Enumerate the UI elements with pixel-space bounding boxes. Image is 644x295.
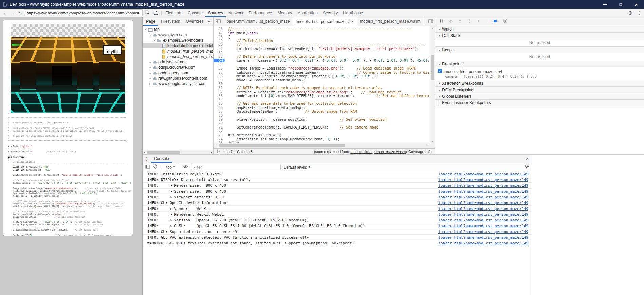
section-header-dom-breakpoints[interactable]: ▸DOM Breakpoints [435, 87, 644, 93]
file-tree-item[interactable]: ▸cdnjs.cloudflare.com [143, 65, 213, 70]
console-source-link[interactable]: loader.html?name=mod…rst_person_maze:149 [432, 206, 528, 211]
console-source-link[interactable]: loader.html?name=mod…rst_person_maze:149 [432, 218, 528, 222]
line-number-gutter[interactable]: 51 [214, 47, 225, 51]
url-input[interactable] [24, 9, 143, 16]
maximize-button[interactable]: □ [613, 0, 628, 9]
collapsed-icon[interactable]: ▸ [148, 66, 152, 69]
console-settings-gear-icon[interactable] [525, 164, 529, 170]
file-tree-item[interactable]: models_first_person_maze.c [143, 48, 213, 54]
console-source-link[interactable]: loader.html?name=mod…rst_person_maze:149 [432, 230, 528, 234]
collapsed-icon[interactable]: ▸ [148, 61, 152, 64]
collapsed-icon[interactable]: ▸ [148, 72, 152, 75]
line-number-gutter[interactable]: 58 [214, 74, 225, 78]
code-line[interactable]: 74 emscripten_set_main_loop(UpdateDrawFr… [214, 137, 435, 141]
console-source-link[interactable]: loader.html?name=mod…rst_person_maze:149 [432, 178, 528, 182]
console-source-link[interactable]: loader.html?name=mod…rst_person_maze:149 [432, 241, 528, 245]
live-expression-eye-icon[interactable] [183, 164, 188, 170]
navigator-tab-overrides[interactable]: Overrides [183, 17, 206, 26]
code-line[interactable]: 51 InitWindow(screenWidth, screenHeight,… [214, 47, 435, 51]
expanded-icon[interactable]: ▾ [148, 34, 152, 37]
section-header-scope[interactable]: ▾Scope [435, 47, 644, 53]
code-line[interactable]: 54 camera = (Camera){{ 0.2f, 0.4f, 0.2f … [214, 59, 435, 63]
scroll-left-icon[interactable]: ◂ [143, 150, 147, 154]
step-out-icon[interactable] [467, 19, 471, 24]
step-icon[interactable] [476, 19, 481, 24]
breakpoint-marker[interactable]: 54 [214, 59, 225, 63]
scroll-right-icon[interactable]: ▸ [426, 143, 430, 148]
scroll-right-icon[interactable]: ▸ [209, 150, 213, 154]
console-source-link[interactable]: loader.html?name=mod…rst_person_maze:149 [432, 172, 528, 176]
editor-vertical-scrollbar[interactable]: ▴ ▾ [430, 26, 435, 143]
console-sidebar-toggle-icon[interactable] [145, 164, 150, 170]
line-number-gutter[interactable]: 53 [214, 55, 225, 59]
code-line[interactable]: 47int main(void) [214, 31, 435, 35]
clear-console-icon[interactable] [153, 164, 158, 170]
navigator-tab-page[interactable]: Page [143, 17, 158, 26]
pause-script-icon[interactable] [439, 19, 443, 24]
tab-network[interactable]: Network [226, 9, 246, 17]
forward-icon[interactable]: → [9, 10, 16, 16]
tab-elements[interactable]: Elements [163, 9, 185, 17]
minimize-button[interactable]: — [597, 0, 613, 9]
console-source-link[interactable]: loader.html?name=mod…rst_person_maze:149 [432, 212, 528, 217]
section-header-breakpoints[interactable]: ▾Breakpoints [435, 61, 644, 67]
tab-console[interactable]: Console [185, 9, 205, 17]
scrollbar-thumb[interactable] [219, 144, 345, 147]
collapsed-icon[interactable]: ▸ [148, 77, 152, 80]
game-canvas[interactable]: raylib [11, 24, 125, 113]
scroll-down-icon[interactable]: ▾ [430, 139, 435, 143]
toggle-debugger-sidebar-icon[interactable] [426, 17, 435, 26]
file-tree-item[interactable]: ▾top [143, 27, 213, 32]
drawer-menu-icon[interactable]: ⋮ [143, 156, 151, 161]
breakpoint-entry[interactable]: models_first_person_maze.c:54camera = (C… [435, 67, 644, 80]
console-context-selector[interactable]: top▾ [166, 165, 175, 169]
console-source-link[interactable]: loader.html?name=mod…rst_person_maze:149 [432, 201, 528, 205]
file-tree-item[interactable]: ▸cdn.jsdelivr.net [143, 59, 213, 65]
console-levels-dropdown[interactable]: Default levels▾ [284, 165, 310, 169]
reload-icon[interactable]: ↻ [16, 10, 23, 16]
line-number-gutter[interactable]: 68 [214, 114, 225, 118]
section-header-watch[interactable]: ▾Watch [435, 26, 644, 33]
console-source-link[interactable]: loader.html?name=mod…rst_person_maze:149 [432, 195, 528, 199]
section-header-call-stack[interactable]: ▾Call Stack [435, 33, 644, 39]
editor-horizontal-scrollbar[interactable]: ◂ ▸ [214, 143, 430, 148]
back-icon[interactable]: ← [2, 10, 9, 16]
tab-console-drawer[interactable]: Console [151, 155, 172, 163]
editor-tab-models-first-person-maze-c[interactable]: models_first_person_maze.c× [293, 17, 357, 26]
collapsed-icon[interactable]: ▸ [148, 82, 152, 85]
device-toolbar-icon[interactable] [151, 9, 160, 17]
line-number-gutter[interactable]: 56 [214, 66, 225, 71]
expanded-icon[interactable]: ▾ [144, 28, 148, 31]
editor-tab-loader-html-nam-st-person-maze[interactable]: loader.html?nam…st_person_maze [223, 17, 293, 26]
code-line[interactable]: 71 SetCameraMode(camera, CAMERA_FIRST_PE… [214, 125, 435, 130]
code-line[interactable]: 59 model = LoadModelFromMesh(mesh); [214, 78, 435, 82]
drawer-close-icon[interactable]: × [523, 156, 532, 161]
tab-memory[interactable]: Memory [275, 9, 295, 17]
file-tree-item[interactable]: ▾www.raylib.com [143, 32, 213, 38]
toggle-navigator-icon[interactable] [214, 17, 223, 26]
tab-application[interactable]: Application [295, 9, 320, 17]
navigator-horizontal-scrollbar[interactable]: ◂ ▸ [143, 150, 213, 154]
file-tree-item[interactable]: ▸code.jquery.com [143, 70, 213, 76]
editor-tab-models-first-person-maze-wasm[interactable]: models_first_person_maze.wasm [357, 17, 424, 26]
expanded-icon[interactable]: ▾ [153, 39, 156, 42]
line-number-gutter[interactable]: 46 [214, 27, 225, 31]
console-source-link[interactable]: loader.html?name=mod…rst_person_maze:149 [432, 183, 528, 188]
navigator-tab-filesystem[interactable]: Filesystem [158, 17, 183, 26]
settings-gear-icon[interactable] [626, 9, 635, 17]
more-tabs-icon[interactable]: » [206, 19, 211, 24]
code-viewport[interactable]: 46//------------------------------------… [214, 26, 435, 148]
section-header-global-listeners[interactable]: ▸Global Listeners [435, 93, 644, 100]
pause-on-exceptions-icon[interactable] [503, 19, 507, 24]
file-tree-item[interactable]: ▸www.google-analytics.com [143, 81, 213, 86]
line-number-gutter[interactable]: 63 [214, 94, 225, 98]
file-tree-item[interactable]: ▸raw.githubusercontent.com [143, 76, 213, 81]
wasm-source-link[interactable]: models_first_person_maze.wasm [350, 150, 406, 154]
section-header-event-listener-breakpoints[interactable]: ▸Event Listener Breakpoints [435, 100, 644, 106]
deactivate-breakpoints-icon[interactable] [493, 19, 498, 24]
more-options-icon[interactable]: ⋮ [635, 9, 644, 17]
line-number-gutter[interactable]: 61 [214, 86, 225, 90]
tab-performance[interactable]: Performance [246, 9, 275, 17]
line-number-gutter[interactable]: 73 [214, 133, 225, 137]
console-source-link[interactable]: loader.html?name=mod…rst_person_maze:149 [432, 235, 528, 240]
